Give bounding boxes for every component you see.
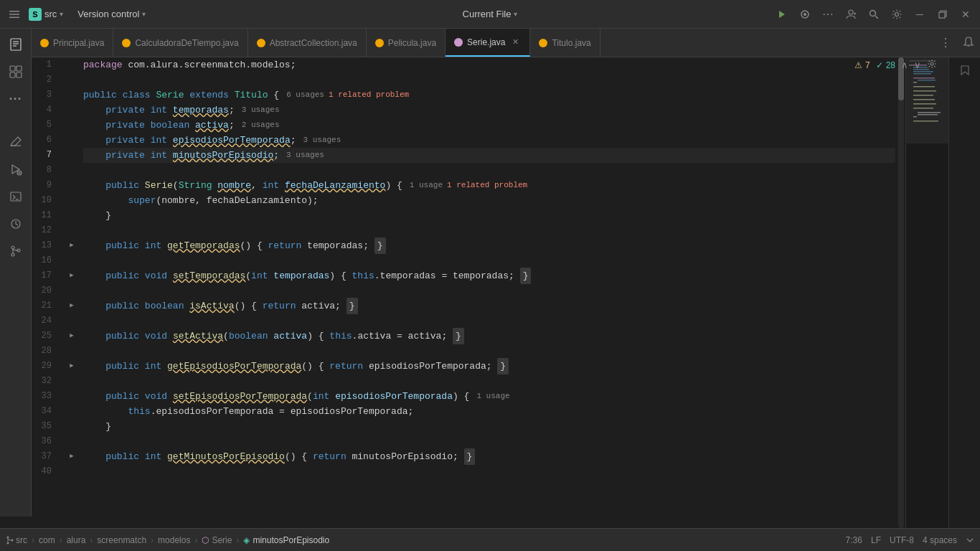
breadcrumb-serie-icon: ⬡: [202, 535, 209, 545]
git-branch-icon[interactable]: [3, 238, 29, 264]
chevron-down-icon[interactable]: ∨: [914, 60, 921, 70]
line-16: 16: [32, 253, 57, 268]
tab-pelicula-label: Pelicula.java: [388, 38, 436, 48]
warnings-badge[interactable]: ⚠ 7: [854, 60, 870, 70]
search-button[interactable]: [865, 6, 882, 23]
fold-36: [66, 434, 77, 449]
breadcrumb-sep-2: ›: [60, 535, 62, 545]
tab-abstractcollection[interactable]: AbstractCollection.java: [248, 29, 367, 57]
breadcrumb-sep-3: ›: [90, 535, 93, 545]
breadcrumb-modelos[interactable]: modelos: [158, 535, 190, 545]
line-9: 9: [32, 178, 57, 193]
line-32: 32: [32, 374, 57, 389]
extensions-icon[interactable]: [3, 59, 29, 85]
tab-pelicula-icon: [375, 39, 384, 47]
code-line-1: package com.alura.screenmatch.modelos;: [83, 57, 895, 72]
fold-29[interactable]: ▶: [66, 359, 77, 374]
project-name[interactable]: S src ▾: [29, 8, 63, 21]
chevron-up-icon[interactable]: ∧: [901, 60, 908, 70]
hamburger-menu[interactable]: [6, 6, 23, 23]
git-status[interactable]: src: [6, 535, 27, 545]
line-7: 7: [32, 148, 57, 163]
explorer-icon[interactable]: [3, 32, 29, 57]
line-1: 1: [32, 57, 57, 72]
breadcrumb-sep-1: ›: [32, 535, 34, 545]
current-file-button[interactable]: Current File ▾: [463, 9, 518, 19]
code-line-5: private boolean activa; 2 usages: [83, 118, 895, 133]
tab-bar-notification[interactable]: [957, 36, 980, 50]
code-line-12: [83, 223, 895, 238]
tab-pelicula[interactable]: Pelicula.java: [367, 29, 446, 57]
title-bar-center: Current File ▾: [463, 9, 518, 19]
minimap-svg: [906, 57, 948, 502]
fold-21[interactable]: ▶: [66, 298, 77, 314]
run-button[interactable]: [773, 6, 791, 23]
breadcrumb-screenmatch[interactable]: screenmatch: [97, 535, 146, 545]
tab-bar-more[interactable]: ⋮: [934, 36, 957, 50]
fold-10: [66, 193, 77, 208]
svg-rect-12: [939, 12, 945, 18]
code-line-4: private int temporadas; 3 usages: [83, 103, 895, 118]
warnings-count: 7: [865, 60, 870, 70]
settings-gear-icon[interactable]: [927, 59, 937, 71]
code-line-7: private int minutosPorEpisodio; 3 usages: [83, 148, 895, 163]
line-33: 33: [32, 389, 57, 404]
code-line-28: [83, 344, 895, 359]
line-col-status[interactable]: 7:36: [846, 535, 862, 545]
breadcrumb-alura[interactable]: alura: [67, 535, 86, 545]
code-lines[interactable]: package com.alura.screenmatch.modelos; p…: [77, 57, 895, 528]
edit-icon[interactable]: [3, 129, 29, 155]
fold-25[interactable]: ▶: [66, 329, 77, 344]
title-bar-left: S src ▾ Version control ▾: [6, 6, 463, 23]
breadcrumb-sep-5: ›: [194, 535, 197, 545]
breadcrumb-minutos[interactable]: minutosPorEpisodio: [253, 535, 329, 545]
tab-serie-close[interactable]: ✕: [509, 37, 521, 48]
version-control[interactable]: Version control ▾: [77, 9, 146, 19]
bookmark-icon[interactable]: [955, 60, 975, 80]
more-options-button[interactable]: ⋯: [819, 6, 837, 23]
code-line-24: [83, 314, 895, 329]
encoding-status[interactable]: UTF-8: [890, 535, 914, 545]
three-dots-icon[interactable]: ···: [3, 86, 29, 112]
editor[interactable]: 1 2 3 4 5 6 7 8 9 10 11 12 13 16 17 20 2…: [32, 57, 980, 528]
tab-serie[interactable]: Serie.java ✕: [446, 29, 530, 57]
history-icon[interactable]: [3, 211, 29, 237]
add-profile-button[interactable]: [842, 6, 859, 23]
fold-13[interactable]: ▶: [66, 238, 77, 253]
fold-17[interactable]: ▶: [66, 268, 77, 283]
line-34: 34: [32, 404, 57, 419]
line-11: 11: [32, 208, 57, 223]
svg-point-6: [849, 10, 853, 14]
code-line-2: [83, 72, 895, 88]
scrollbar-track[interactable]: [895, 57, 905, 528]
indentation-label: 4 spaces: [923, 535, 957, 545]
line-ending-status[interactable]: LF: [871, 535, 881, 545]
fold-2: [66, 72, 77, 88]
line-ending-label: LF: [871, 535, 881, 545]
code-line-40: [83, 464, 895, 479]
fold-4: [66, 103, 77, 118]
run-debug-icon[interactable]: [3, 156, 29, 182]
breadcrumb-serie[interactable]: Serie: [212, 535, 232, 545]
terminal-icon[interactable]: [3, 184, 29, 209]
line-10: 10: [32, 193, 57, 208]
minimize-button[interactable]: ─: [911, 6, 928, 23]
svg-point-9: [870, 10, 876, 16]
fold-37[interactable]: ▶: [66, 449, 77, 464]
settings-button[interactable]: [888, 6, 905, 23]
checks-badge[interactable]: ✓ 28: [876, 60, 895, 70]
breadcrumb-com[interactable]: com: [39, 535, 55, 545]
tab-principal[interactable]: Principal.java: [32, 29, 113, 57]
indentation-status[interactable]: 4 spaces: [923, 535, 957, 545]
fold-gutter: ▶ ▶ ▶ ▶ ▶ ▶: [66, 57, 77, 528]
tab-titulo[interactable]: Titulo.java: [530, 29, 600, 57]
debug-button[interactable]: [796, 6, 814, 23]
expand-icon[interactable]: [966, 536, 974, 545]
svg-point-34: [930, 62, 933, 65]
minimap[interactable]: [905, 57, 948, 528]
close-button[interactable]: ✕: [957, 6, 974, 23]
tab-calculadora[interactable]: CalculadoraDeTiempo.java: [113, 29, 248, 57]
maximize-button[interactable]: [934, 6, 951, 23]
code-line-9: public Serie(String nombre, int fechaDeL…: [83, 178, 895, 193]
svg-point-30: [11, 253, 14, 256]
